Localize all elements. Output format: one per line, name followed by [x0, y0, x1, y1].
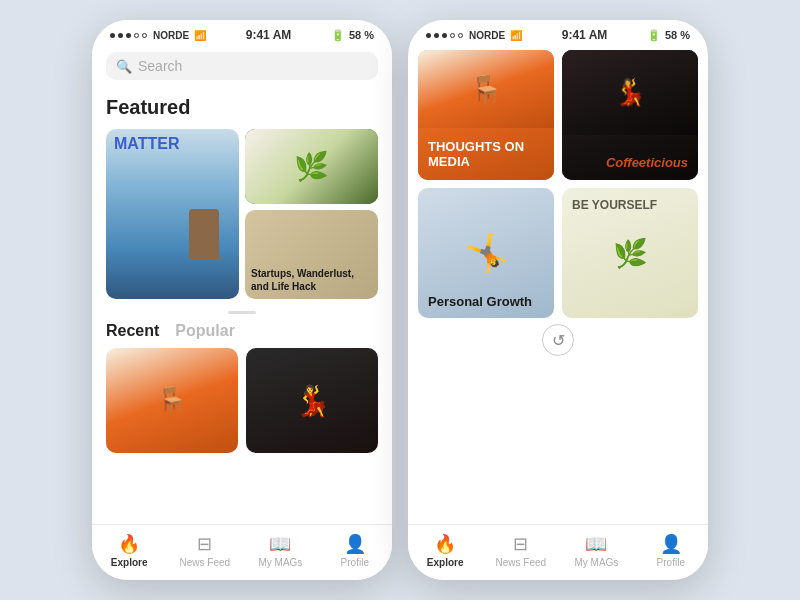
- dot1: [110, 33, 115, 38]
- mag-card-beyourself[interactable]: 🌿 BE YOURSELF: [562, 188, 698, 318]
- nav-explore-left[interactable]: 🔥 Explore: [105, 533, 153, 568]
- cliff-background: [106, 129, 239, 299]
- mymags-label-left: My MAGs: [258, 557, 302, 568]
- mag-card-thoughts[interactable]: 🪑 THOUGHTS ON MEDIA: [418, 50, 554, 180]
- tab-popular[interactable]: Popular: [175, 322, 235, 340]
- dance-icon: 💃: [294, 383, 331, 418]
- newsfeed-icon-left: ⊟: [197, 533, 212, 555]
- battery-right-left: 🔋 58 %: [331, 29, 374, 42]
- explore-label-right: Explore: [427, 557, 464, 568]
- matter-label: MATTER: [114, 135, 179, 153]
- time-left: 9:41 AM: [246, 28, 292, 42]
- search-placeholder: Search: [138, 58, 182, 74]
- newsfeed-label-left: News Feed: [180, 557, 231, 568]
- scroll-dot: [228, 311, 256, 314]
- mag-card-personal[interactable]: 🤸 Personal Growth: [418, 188, 554, 318]
- rdot4: [450, 33, 455, 38]
- startup-background: Startups, Wanderlust, and Life Hack: [245, 210, 378, 299]
- dot5: [142, 33, 147, 38]
- coffeeticious-label: Coffeeticious: [572, 155, 688, 170]
- personal-figure-icon: 🤸: [464, 232, 509, 274]
- cliff-shape: [189, 209, 219, 259]
- battery-pct-right: 58 %: [665, 29, 690, 41]
- personal-label: Personal Growth: [428, 294, 532, 310]
- explore-icon-right: 🔥: [434, 533, 456, 555]
- recent-card-dance[interactable]: 💃: [246, 348, 378, 453]
- profile-label-right: Profile: [657, 557, 685, 568]
- rdot1: [426, 33, 431, 38]
- coffee-dance-area: 💃: [562, 50, 698, 135]
- scroll-indicator: [106, 311, 378, 314]
- time-right: 9:41 AM: [562, 28, 608, 42]
- dance-background: 💃: [246, 348, 378, 453]
- explore-label-left: Explore: [111, 557, 148, 568]
- battery-area-right: 🔋 58 %: [647, 29, 690, 42]
- rdot5: [458, 33, 463, 38]
- mymags-icon-left: 📖: [269, 533, 291, 555]
- featured-right-cards: 🌿 Startups, Wanderlust, and Life Hack: [245, 129, 378, 299]
- carrier-right: NORDE: [469, 30, 505, 41]
- newsfeed-label-right: News Feed: [496, 557, 547, 568]
- status-bar-left: NORDE 📶 9:41 AM 🔋 58 %: [92, 20, 392, 46]
- refresh-button[interactable]: ↺: [542, 324, 574, 356]
- featured-title: Featured: [106, 96, 378, 119]
- mag-card-coffee[interactable]: 💃 Coffeeticious: [562, 50, 698, 180]
- mymags-icon-right: 📖: [585, 533, 607, 555]
- right-phone-content: 🪑 THOUGHTS ON MEDIA 💃 Coffeeticious: [408, 46, 708, 580]
- nav-profile-right[interactable]: 👤 Profile: [647, 533, 695, 568]
- thoughts-chair-icon: 🪑: [469, 73, 504, 106]
- nav-explore-right[interactable]: 🔥 Explore: [421, 533, 469, 568]
- dot4: [134, 33, 139, 38]
- coffee-dance-icon: 💃: [614, 77, 646, 108]
- featured-card-matter[interactable]: MATTER: [106, 129, 239, 299]
- left-phone-content: 🔍 Search Featured MATTER: [92, 46, 392, 580]
- left-phone: NORDE 📶 9:41 AM 🔋 58 % 🔍 Search Featured: [92, 20, 392, 580]
- search-bar[interactable]: 🔍 Search: [106, 52, 378, 80]
- recent-grid: 🪑 💃: [106, 348, 378, 453]
- plant-background: 🌿: [245, 129, 378, 204]
- featured-plant-card[interactable]: 🌿: [245, 129, 378, 204]
- nav-mymags-right[interactable]: 📖 My MAGs: [572, 533, 620, 568]
- signal-dots: NORDE 📶: [110, 30, 206, 41]
- nav-profile-left[interactable]: 👤 Profile: [331, 533, 379, 568]
- right-phone: NORDE 📶 9:41 AM 🔋 58 % 🪑: [408, 20, 708, 580]
- status-bar-right: NORDE 📶 9:41 AM 🔋 58 %: [408, 20, 708, 46]
- thoughts-label: THOUGHTS ON MEDIA: [428, 139, 544, 170]
- explore-icon-left: 🔥: [118, 533, 140, 555]
- featured-grid: MATTER 🌿 Startups, Wanderlust, and Life …: [106, 129, 378, 299]
- profile-icon-left: 👤: [344, 533, 366, 555]
- rdot3: [442, 33, 447, 38]
- mymags-label-right: My MAGs: [574, 557, 618, 568]
- thoughts-chair-area: 🪑: [418, 50, 554, 128]
- search-container: 🔍 Search: [92, 46, 392, 88]
- carrier-left: NORDE: [153, 30, 189, 41]
- bottom-nav-left: 🔥 Explore ⊟ News Feed 📖 My MAGs 👤 Profil…: [92, 524, 392, 580]
- left-scroll-area: Featured MATTER 🌿: [92, 88, 392, 524]
- refresh-row: ↺: [418, 318, 698, 362]
- nav-newsfeed-right[interactable]: ⊟ News Feed: [496, 533, 547, 568]
- chair-icon: 🪑: [156, 385, 188, 416]
- startup-text: Startups, Wanderlust, and Life Hack: [251, 268, 372, 293]
- nav-newsfeed-left[interactable]: ⊟ News Feed: [180, 533, 231, 568]
- tabs-row: Recent Popular: [106, 322, 378, 340]
- plant-icon: 🌿: [294, 150, 329, 183]
- newsfeed-icon-right: ⊟: [513, 533, 528, 555]
- search-icon: 🔍: [116, 59, 132, 74]
- recent-card-chair[interactable]: 🪑: [106, 348, 238, 453]
- rdot2: [434, 33, 439, 38]
- tab-recent[interactable]: Recent: [106, 322, 159, 340]
- bottom-nav-right: 🔥 Explore ⊟ News Feed 📖 My MAGs 👤 Profil…: [408, 524, 708, 580]
- signal-dots-right: NORDE 📶: [426, 30, 522, 41]
- featured-startup-card[interactable]: Startups, Wanderlust, and Life Hack: [245, 210, 378, 299]
- magazine-grid: 🪑 THOUGHTS ON MEDIA 💃 Coffeeticious: [418, 50, 698, 318]
- chair-background: 🪑: [106, 348, 238, 453]
- dot2: [118, 33, 123, 38]
- refresh-icon: ↺: [552, 331, 565, 350]
- right-scroll-area: 🪑 THOUGHTS ON MEDIA 💃 Coffeeticious: [408, 46, 708, 524]
- profile-icon-right: 👤: [660, 533, 682, 555]
- profile-label-left: Profile: [341, 557, 369, 568]
- dot3: [126, 33, 131, 38]
- nav-mymags-left[interactable]: 📖 My MAGs: [256, 533, 304, 568]
- beyourself-plant-icon: 🌿: [613, 237, 648, 270]
- beyourself-label: BE YOURSELF: [572, 198, 657, 212]
